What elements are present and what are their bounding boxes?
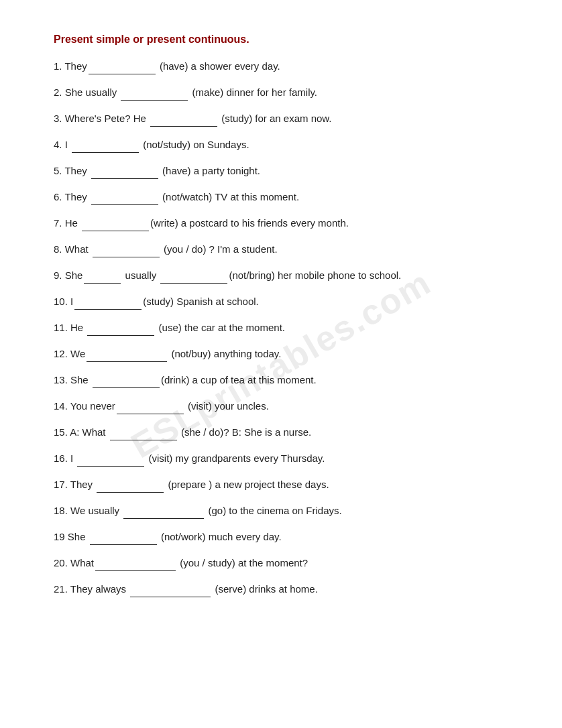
item-verb: (have) a shower every day. <box>160 60 280 72</box>
exercise-list: 1. They (have) a shower every day. 2. Sh… <box>54 58 515 597</box>
item-number: 11. He <box>54 322 86 333</box>
list-item: 3. Where's Pete? He (study) for an exam … <box>54 110 515 127</box>
item-number: 13. She <box>54 374 91 385</box>
item-verb: (study) for an exam now. <box>221 113 331 124</box>
blank-field[interactable] <box>87 345 167 362</box>
list-item: 17. They (prepare ) a new project these … <box>54 476 515 493</box>
item-number: 2. She usually <box>54 86 119 98</box>
list-item: 7. He (write) a postcard to his friends … <box>54 215 515 231</box>
item-verb: (you / do) ? I'm a student. <box>164 243 278 255</box>
blank-field[interactable] <box>123 502 204 519</box>
worksheet-title: Present simple or present continuous. <box>54 34 515 46</box>
blank-field[interactable] <box>77 450 144 467</box>
item-verb: (write) a postcard to his friends every … <box>150 217 349 229</box>
list-item: 21. They always (serve) drinks at home. <box>54 581 515 597</box>
list-item: 2. She usually (make) dinner for her fam… <box>54 84 515 101</box>
list-item: 11. He (use) the car at the moment. <box>54 319 515 336</box>
item-verb: (make) dinner for her family. <box>192 86 317 98</box>
item-number: 21. They always <box>54 583 129 595</box>
item-verb: (study) Spanish at school. <box>143 296 259 307</box>
list-item: 14. You never (visit) your uncles. <box>54 398 515 414</box>
item-number: 17. They <box>54 479 95 490</box>
blank-field[interactable] <box>89 58 156 74</box>
blank-field[interactable] <box>130 581 211 597</box>
blank-field[interactable] <box>95 554 176 571</box>
list-item: 19 She (not/work) much every day. <box>54 528 515 545</box>
item-number: 12. We <box>54 348 85 359</box>
list-item: 12. We (not/buy) anything today. <box>54 345 515 362</box>
list-item: 9. She usually (not/bring) her mobile ph… <box>54 267 515 284</box>
item-verb: (not/work) much every day. <box>161 531 282 542</box>
blank-field[interactable] <box>97 476 164 493</box>
item-number: 5. They <box>54 165 90 176</box>
item-verb: (not/watch) TV at this moment. <box>162 191 299 202</box>
list-item: 18. We usually (go) to the cinema on Fri… <box>54 502 515 519</box>
item-number: 19 She <box>54 531 89 542</box>
item-verb: (you / study) at the moment? <box>180 557 308 568</box>
item-number: 14. You never <box>54 400 115 412</box>
blank-field[interactable] <box>110 424 177 440</box>
list-item: 16. I (visit) my grandparents every Thur… <box>54 450 515 467</box>
item-number: 15. A: What <box>54 426 109 438</box>
blank-field[interactable] <box>84 267 121 284</box>
item-number: 3. Where's Pete? He <box>54 113 149 124</box>
blank-field[interactable] <box>87 319 154 336</box>
list-item: 10. I (study) Spanish at school. <box>54 293 515 310</box>
item-verb: (visit) my grandparents every Thursday. <box>149 452 325 464</box>
list-item: 13. She (drink) a cup of tea at this mom… <box>54 371 515 388</box>
list-item: 6. They (not/watch) TV at this moment. <box>54 188 515 205</box>
item-verb: (use) the car at the moment. <box>159 322 285 333</box>
item-number: 1. They <box>54 60 87 72</box>
blank-field[interactable] <box>90 528 157 545</box>
blank-field[interactable] <box>93 241 160 257</box>
item-number: 4. I <box>54 139 70 150</box>
blank-field[interactable] <box>82 215 149 231</box>
item-verb: (not/buy) anything today. <box>171 348 281 359</box>
item-text: usually <box>125 269 160 281</box>
blank-field[interactable] <box>74 293 142 310</box>
item-number: 16. I <box>54 452 76 464</box>
blank-field-2[interactable] <box>160 267 227 284</box>
list-item: 20. What (you / study) at the moment? <box>54 554 515 571</box>
item-verb: (drink) a cup of tea at this moment. <box>161 374 317 385</box>
blank-field[interactable] <box>72 136 139 153</box>
list-item: 15. A: What (she / do)? B: She is a nurs… <box>54 424 515 440</box>
item-number: 7. He <box>54 217 80 229</box>
item-verb: (serve) drinks at home. <box>215 583 317 595</box>
item-number: 8. What <box>54 243 91 255</box>
blank-field[interactable] <box>121 84 188 101</box>
item-number: 6. They <box>54 191 90 202</box>
item-verb: (not/bring) her mobile phone to school. <box>229 269 401 281</box>
item-number: 9. She <box>54 269 82 281</box>
item-number: 18. We usually <box>54 505 122 516</box>
list-item: 1. They (have) a shower every day. <box>54 58 515 74</box>
blank-field[interactable] <box>93 371 160 388</box>
blank-field[interactable] <box>150 110 217 127</box>
blank-field[interactable] <box>91 162 158 179</box>
item-number: 20. What <box>54 557 94 568</box>
list-item: 4. I (not/study) on Sundays. <box>54 136 515 153</box>
item-verb: (visit) your uncles. <box>188 400 269 412</box>
item-number: 10. I <box>54 296 73 307</box>
list-item: 5. They (have) a party tonight. <box>54 162 515 179</box>
item-verb: (not/study) on Sundays. <box>143 139 249 150</box>
item-verb: (prepare ) a new project these days. <box>168 479 329 490</box>
blank-field[interactable] <box>117 398 184 414</box>
item-verb: (she / do)? B: She is a nurse. <box>181 426 311 438</box>
item-verb: (go) to the cinema on Fridays. <box>208 505 341 516</box>
list-item: 8. What (you / do) ? I'm a student. <box>54 241 515 257</box>
item-verb: (have) a party tonight. <box>162 165 260 176</box>
blank-field[interactable] <box>91 188 158 205</box>
